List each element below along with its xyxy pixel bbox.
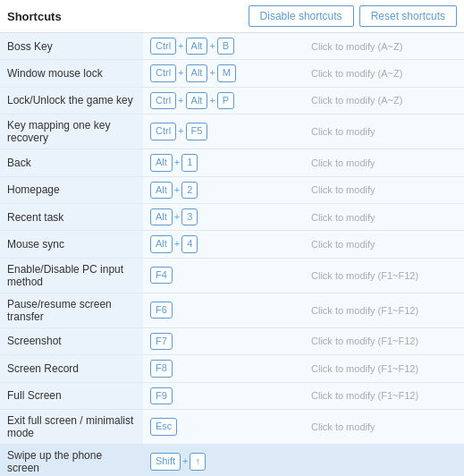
click-to-modify[interactable]: Click to modify — [304, 231, 464, 258]
shortcut-name: Swipe up the phone screen — [0, 444, 143, 476]
table-row: Exit full screen / minimalist modeEscCli… — [0, 409, 464, 444]
click-to-modify[interactable]: Click to modify — [304, 409, 464, 444]
table-row: Recent taskAlt+3Click to modify — [0, 203, 464, 230]
plus-separator: + — [209, 67, 215, 78]
click-to-modify[interactable]: Click to modify (A~Z) — [304, 87, 464, 114]
shortcuts-header: Shortcuts Disable shortcuts Reset shortc… — [0, 0, 464, 33]
key-badge: Alt — [150, 154, 173, 171]
key-badge: Alt — [150, 235, 173, 252]
plus-separator: + — [209, 95, 215, 106]
key-badge: 1 — [181, 154, 198, 171]
plus-separator: + — [174, 157, 180, 167]
shortcut-keys[interactable]: Shift+↑ — [143, 444, 304, 476]
click-to-modify[interactable]: Click to modify (F1~F12) — [304, 382, 464, 409]
key-badge: F9 — [150, 387, 173, 404]
key-badge: F7 — [150, 333, 173, 350]
plus-separator: + — [178, 40, 183, 51]
click-to-modify[interactable]: Click to modify (A~Z) — [304, 33, 464, 60]
click-to-modify[interactable]: Click to modify (F1~F12) — [304, 355, 464, 382]
key-badge: Shift — [150, 453, 181, 470]
plus-separator: + — [182, 455, 188, 466]
key-badge: Alt — [186, 64, 208, 81]
shortcut-keys[interactable]: Ctrl+Alt+M — [143, 60, 304, 87]
shortcut-name: Lock/Unlock the game key — [0, 87, 143, 114]
shortcut-name: Pause/resume screen transfer — [0, 293, 143, 327]
key-badge: Ctrl — [150, 92, 176, 109]
shortcut-name: Full Screen — [0, 382, 143, 409]
plus-separator: + — [178, 67, 183, 78]
key-badge: F6 — [150, 302, 173, 319]
key-badge: 3 — [181, 208, 198, 225]
click-to-modify[interactable]: Click to modify — [304, 176, 464, 203]
shortcut-name: Screen Record — [0, 355, 143, 382]
table-row: Lock/Unlock the game keyCtrl+Alt+PClick … — [0, 87, 464, 114]
click-to-modify[interactable]: Click to modify (F1~F12) — [304, 293, 464, 327]
table-row: Key mapping one key recoveryCtrl+F5Click… — [0, 115, 464, 149]
click-to-modify[interactable]: Click to modify — [304, 115, 464, 149]
page-title: Shortcuts — [7, 10, 249, 23]
click-to-modify[interactable]: Click to modify (A~Z) — [304, 60, 464, 87]
shortcut-name: Screenshot — [0, 327, 143, 354]
shortcut-name: Window mouse lock — [0, 60, 143, 87]
shortcut-keys[interactable]: F4 — [143, 258, 304, 293]
shortcut-name: Enable/Disable PC input method — [0, 258, 143, 293]
shortcut-keys[interactable]: Alt+4 — [143, 231, 304, 258]
plus-separator: + — [174, 211, 180, 222]
table-row: HomepageAlt+2Click to modify — [0, 176, 464, 203]
shortcut-keys[interactable]: Ctrl+F5 — [143, 115, 304, 149]
key-badge: Alt — [186, 38, 208, 55]
table-row: Mouse syncAlt+4Click to modify — [0, 231, 464, 258]
click-to-modify[interactable]: Click to modify (F1~F12) — [304, 258, 464, 293]
plus-separator: + — [174, 184, 180, 195]
shortcut-name: Exit full screen / minimalist mode — [0, 409, 143, 444]
shortcut-keys[interactable]: F8 — [143, 355, 304, 382]
key-badge: F4 — [150, 267, 173, 284]
shortcut-keys[interactable]: F9 — [143, 382, 304, 409]
key-badge: Ctrl — [150, 64, 176, 81]
plus-separator: + — [174, 238, 180, 249]
shortcut-name: Key mapping one key recovery — [0, 115, 143, 149]
table-row: Full ScreenF9Click to modify (F1~F12) — [0, 382, 464, 409]
reset-shortcuts-button[interactable]: Reset shortcuts — [359, 5, 457, 27]
disable-shortcuts-button[interactable]: Disable shortcuts — [249, 5, 354, 27]
table-row: ScreenshotF7Click to modify (F1~F12) — [0, 327, 464, 354]
key-badge: Ctrl — [150, 38, 176, 55]
table-row: Window mouse lockCtrl+Alt+MClick to modi… — [0, 60, 464, 87]
shortcut-keys[interactable]: F6 — [143, 293, 304, 327]
key-badge: Ctrl — [150, 123, 176, 140]
key-badge: M — [217, 64, 236, 81]
shortcut-keys[interactable]: Alt+3 — [143, 203, 304, 230]
key-badge: P — [217, 92, 234, 109]
shortcut-name: Recent task — [0, 203, 143, 230]
header-buttons: Disable shortcuts Reset shortcuts — [249, 5, 457, 27]
plus-separator: + — [178, 125, 183, 136]
table-row: Swipe up the phone screenShift+↑ — [0, 444, 464, 476]
table-row: Boss KeyCtrl+Alt+BClick to modify (A~Z) — [0, 33, 464, 60]
key-badge: B — [217, 38, 234, 55]
click-to-modify[interactable]: Click to modify (F1~F12) — [304, 327, 464, 354]
table-row: BackAlt+1Click to modify — [0, 149, 464, 176]
key-badge: 4 — [181, 235, 198, 252]
shortcuts-table: Boss KeyCtrl+Alt+BClick to modify (A~Z)W… — [0, 33, 464, 476]
key-badge: Alt — [186, 92, 208, 109]
shortcut-keys[interactable]: Ctrl+Alt+B — [143, 33, 304, 60]
click-to-modify[interactable]: Click to modify — [304, 149, 464, 176]
key-badge: F8 — [150, 360, 173, 377]
click-to-modify[interactable] — [304, 444, 464, 476]
key-badge: Esc — [150, 418, 177, 435]
table-row: Enable/Disable PC input methodF4Click to… — [0, 258, 464, 293]
shortcut-name: Mouse sync — [0, 231, 143, 258]
shortcut-keys[interactable]: Esc — [143, 409, 304, 444]
plus-separator: + — [209, 40, 215, 51]
table-row: Screen RecordF8Click to modify (F1~F12) — [0, 355, 464, 382]
shortcut-keys[interactable]: Alt+2 — [143, 176, 304, 203]
key-badge: ↑ — [190, 453, 206, 470]
key-badge: 2 — [181, 182, 198, 199]
key-badge: Alt — [150, 182, 173, 199]
click-to-modify[interactable]: Click to modify — [304, 203, 464, 230]
shortcut-keys[interactable]: F7 — [143, 327, 304, 354]
shortcut-keys[interactable]: Alt+1 — [143, 149, 304, 176]
shortcut-keys[interactable]: Ctrl+Alt+P — [143, 87, 304, 114]
key-badge: F5 — [186, 123, 208, 140]
key-badge: Alt — [150, 208, 173, 225]
